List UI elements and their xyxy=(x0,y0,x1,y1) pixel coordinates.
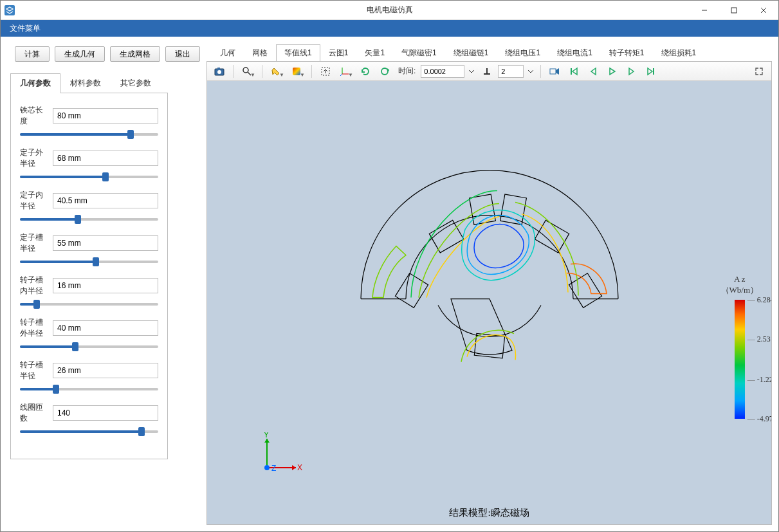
svg-point-8 xyxy=(243,68,248,73)
param-input[interactable] xyxy=(53,151,158,166)
param-input[interactable] xyxy=(53,363,158,378)
view-tab-8[interactable]: 绕组电流1 xyxy=(549,44,601,62)
param-row-1: 定子外半径 xyxy=(20,147,158,178)
play-button[interactable] xyxy=(604,64,621,79)
prev-frame-button[interactable] xyxy=(585,64,601,79)
param-slider[interactable] xyxy=(20,176,158,178)
tab-geom-params[interactable]: 几何参数 xyxy=(10,73,60,93)
param-slider[interactable] xyxy=(20,345,158,348)
exit-button[interactable]: 退出 xyxy=(165,46,200,62)
param-row-5: 转子槽外半径 xyxy=(20,317,158,348)
snapshot-button[interactable] xyxy=(211,64,228,79)
svg-rect-7 xyxy=(217,68,220,69)
view-tab-4[interactable]: 矢量1 xyxy=(356,44,393,62)
refresh-button[interactable] xyxy=(357,64,374,79)
param-row-3: 定子槽半径 xyxy=(20,232,158,263)
param-row-7: 线圈匝数 xyxy=(20,402,158,433)
view-tab-3[interactable]: 云图1 xyxy=(320,44,357,62)
time-label: 时间: xyxy=(398,66,416,77)
axis-gizmo: X Y Z xyxy=(257,432,302,479)
view-tab-1[interactable]: 网格 xyxy=(244,44,276,62)
param-slider[interactable] xyxy=(20,218,158,221)
param-panel: 铁芯长度定子外半径定子内半径定子槽半径转子槽内半径转子槽外半径转子槽半径线圈匝数 xyxy=(10,93,168,459)
result-caption: 结果模型:瞬态磁场 xyxy=(449,507,529,519)
svg-rect-17 xyxy=(484,73,490,75)
expand-button[interactable] xyxy=(751,64,767,79)
param-input[interactable] xyxy=(53,320,158,336)
param-label: 定子内半径 xyxy=(20,190,49,212)
param-input[interactable] xyxy=(53,278,158,293)
svg-text:Y: Y xyxy=(264,432,269,439)
svg-text:Z: Z xyxy=(271,464,276,473)
menubar: 文件菜单 xyxy=(1,20,778,37)
legend-tick: —-1.221e-04 xyxy=(747,374,771,384)
view-tab-9[interactable]: 转子转矩1 xyxy=(601,44,653,62)
legend-tick: —2.531e-04 xyxy=(747,335,771,344)
frame-dropdown[interactable] xyxy=(526,64,535,79)
svg-rect-18 xyxy=(550,69,556,74)
param-label: 转子槽外半径 xyxy=(20,317,49,339)
view-tab-7[interactable]: 绕组电压1 xyxy=(497,44,549,62)
highlight-tool[interactable]: ▼ xyxy=(268,64,286,79)
frame-input[interactable] xyxy=(498,65,524,78)
next-frame-button[interactable] xyxy=(623,64,640,79)
legend-tick: —6.284e-04 xyxy=(747,295,771,305)
record-button[interactable] xyxy=(546,64,563,79)
param-slider[interactable] xyxy=(20,261,158,263)
param-row-6: 转子槽半径 xyxy=(20,360,158,390)
compute-button[interactable]: 计算 xyxy=(15,46,50,62)
time-input[interactable] xyxy=(421,65,464,78)
gen-geom-button[interactable]: 生成几何 xyxy=(55,46,105,62)
param-input[interactable] xyxy=(53,193,158,208)
canvas-viewport[interactable]: X Y Z A z （Wb/m） —6.284e-04—2.531e-04—-1… xyxy=(207,81,771,524)
param-label: 铁芯长度 xyxy=(20,105,49,127)
view-tab-2[interactable]: 等值线1 xyxy=(276,44,320,62)
param-label: 转子槽半径 xyxy=(20,360,49,381)
svg-rect-28 xyxy=(569,273,601,308)
close-button[interactable] xyxy=(749,1,778,20)
cycle-button[interactable] xyxy=(376,64,393,79)
maximize-button[interactable] xyxy=(719,1,749,20)
app-icon xyxy=(5,5,15,15)
param-label: 线圈匝数 xyxy=(20,402,49,424)
svg-point-32 xyxy=(264,465,270,470)
tab-material-params[interactable]: 材料参数 xyxy=(60,73,111,93)
last-frame-button[interactable] xyxy=(643,64,659,79)
fit-view-button[interactable] xyxy=(317,64,334,79)
svg-line-14 xyxy=(340,74,342,76)
svg-rect-2 xyxy=(731,8,737,13)
param-input[interactable] xyxy=(53,405,158,421)
first-frame-button[interactable] xyxy=(565,64,582,79)
param-row-2: 定子内半径 xyxy=(20,190,158,221)
frame-toggle[interactable] xyxy=(479,64,495,79)
view-tabs: 几何网格等值线1云图1矢量1气隙磁密1绕组磁链1绕组电压1绕组电流1转子转矩1绕… xyxy=(206,46,772,62)
viewer-toolbar: ▼ ▼ ▼ ▼ 时间: xyxy=(207,62,771,81)
color-legend: A z （Wb/m） —6.284e-04—2.531e-04—-1.221e-… xyxy=(721,274,759,419)
legend-tick: —-4.973e-04 xyxy=(747,414,771,424)
legend-title: A z xyxy=(721,274,759,284)
svg-rect-26 xyxy=(500,194,526,225)
view-tab-6[interactable]: 绕组磁链1 xyxy=(445,44,497,62)
view-tab-10[interactable]: 绕组损耗1 xyxy=(653,44,705,62)
model-plot xyxy=(322,145,657,415)
param-slider[interactable] xyxy=(20,388,158,390)
axes-tool[interactable]: ▼ xyxy=(336,64,354,79)
colormap-tool[interactable]: ▼ xyxy=(288,64,306,79)
svg-text:X: X xyxy=(297,463,302,472)
param-slider[interactable] xyxy=(20,430,158,433)
param-slider[interactable] xyxy=(20,133,158,136)
tab-other-params[interactable]: 其它参数 xyxy=(111,73,161,93)
zoom-tool[interactable]: ▼ xyxy=(239,64,257,79)
param-input[interactable] xyxy=(53,108,158,124)
gen-mesh-button[interactable]: 生成网格 xyxy=(110,46,160,62)
minimize-button[interactable] xyxy=(690,1,719,20)
svg-point-6 xyxy=(217,70,221,74)
view-tab-0[interactable]: 几何 xyxy=(212,44,244,62)
window-title: 电机电磁仿真 xyxy=(367,5,413,15)
view-tab-5[interactable]: 气隙磁密1 xyxy=(393,44,445,62)
time-dropdown[interactable] xyxy=(467,64,476,79)
param-input[interactable] xyxy=(53,235,158,251)
param-slider[interactable] xyxy=(20,303,158,306)
menu-file[interactable]: 文件菜单 xyxy=(1,20,50,37)
param-label: 定子外半径 xyxy=(20,147,49,169)
